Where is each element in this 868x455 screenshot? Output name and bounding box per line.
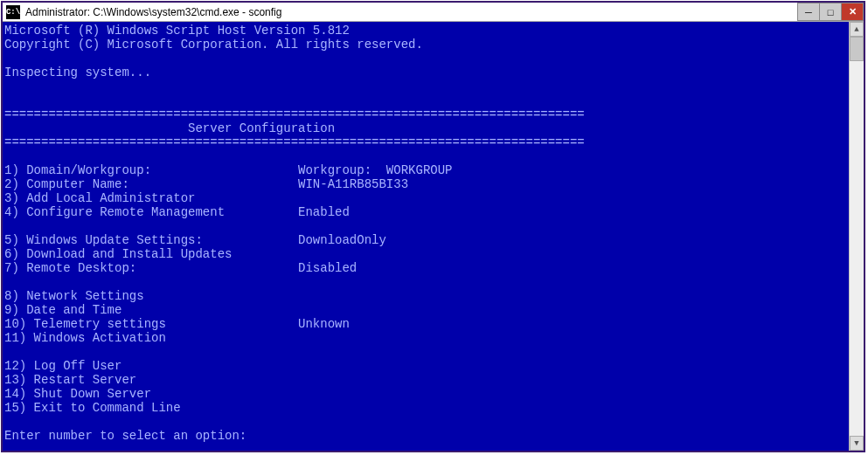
titlebar[interactable]: C:\ Administrator: C:\Windows\system32\c… <box>3 3 864 22</box>
window-controls: ─ □ ✕ <box>798 3 864 21</box>
scroll-track[interactable] <box>850 37 864 436</box>
window-title: Administrator: C:\Windows\system32\cmd.e… <box>24 6 798 18</box>
console-output[interactable]: Microsoft (R) Windows Script Host Versio… <box>3 22 849 451</box>
scroll-up-button[interactable]: ▲ <box>850 22 864 37</box>
cmd-window: C:\ Administrator: C:\Windows\system32\c… <box>1 1 865 452</box>
minimize-button[interactable]: ─ <box>797 3 820 21</box>
cmd-icon: C:\ <box>6 5 20 19</box>
vertical-scrollbar[interactable]: ▲ ▼ <box>849 22 864 451</box>
scroll-down-button[interactable]: ▼ <box>850 436 864 451</box>
close-button[interactable]: ✕ <box>841 3 864 21</box>
scroll-thumb[interactable] <box>850 37 864 61</box>
client-area: Microsoft (R) Windows Script Host Versio… <box>3 22 864 451</box>
maximize-button[interactable]: □ <box>819 3 842 21</box>
